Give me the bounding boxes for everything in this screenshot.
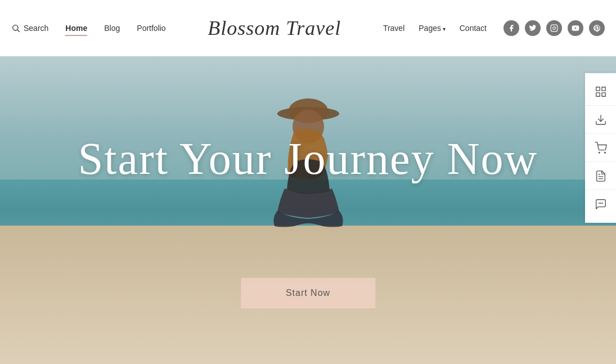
nav-link-home[interactable]: Home xyxy=(65,24,87,36)
search-button[interactable]: Search xyxy=(11,24,48,33)
nav-item-travel[interactable]: Travel xyxy=(383,23,404,33)
nav-item-blog[interactable]: Blog xyxy=(104,23,120,33)
sidebar-download-button[interactable] xyxy=(585,106,616,134)
header: Search Home Blog Portfolio Blossom Trave… xyxy=(0,0,616,56)
social-icons xyxy=(503,20,605,36)
header-right: Travel Pages Contact xyxy=(383,20,605,36)
svg-point-0 xyxy=(13,25,18,30)
hero-section: Start Your Journey Now Start Now xyxy=(0,56,616,364)
cart-icon xyxy=(595,142,607,154)
svg-rect-10 xyxy=(596,92,599,96)
sidebar-file-button[interactable] xyxy=(585,162,616,190)
svg-point-14 xyxy=(604,152,605,153)
nav-item-portfolio[interactable]: Portfolio xyxy=(137,23,165,33)
hero-background: Start Your Journey Now Start Now xyxy=(0,56,616,364)
nav-right: Travel Pages Contact xyxy=(383,23,487,33)
svg-rect-2 xyxy=(551,25,557,32)
sidebar-grid-button[interactable] xyxy=(585,78,616,106)
svg-rect-9 xyxy=(601,87,605,90)
svg-point-13 xyxy=(599,152,600,153)
brand-logo[interactable]: Blossom Travel xyxy=(166,16,383,40)
nav-left: Home Blog Portfolio xyxy=(65,23,165,33)
sidebar-cart-button[interactable] xyxy=(585,134,616,162)
nav-link-pages[interactable]: Pages xyxy=(419,24,445,33)
pinterest-icon[interactable] xyxy=(589,20,605,36)
youtube-icon[interactable] xyxy=(568,20,583,36)
svg-rect-8 xyxy=(596,87,599,90)
sidebar-right xyxy=(585,73,616,223)
instagram-icon[interactable] xyxy=(546,20,562,36)
nav-link-travel[interactable]: Travel xyxy=(383,24,404,33)
svg-line-1 xyxy=(17,30,20,32)
start-now-button[interactable]: Start Now xyxy=(241,278,375,308)
nav-link-contact[interactable]: Contact xyxy=(460,24,487,33)
nav-item-pages[interactable]: Pages xyxy=(419,23,445,33)
sidebar-chat-button[interactable] xyxy=(585,190,616,218)
twitter-icon[interactable] xyxy=(525,20,541,36)
nav-link-blog[interactable]: Blog xyxy=(104,24,120,33)
search-label: Search xyxy=(24,24,48,33)
nav-item-home[interactable]: Home xyxy=(65,23,87,33)
svg-rect-11 xyxy=(601,92,605,96)
header-left: Search Home Blog Portfolio xyxy=(11,23,166,33)
nav-link-portfolio[interactable]: Portfolio xyxy=(137,24,165,33)
grid-icon xyxy=(595,86,607,98)
facebook-icon[interactable] xyxy=(503,20,519,36)
nav-item-contact[interactable]: Contact xyxy=(460,23,487,33)
search-icon xyxy=(11,24,20,33)
hero-title: Start Your Journey Now xyxy=(55,133,561,185)
download-icon xyxy=(595,114,607,126)
file-icon xyxy=(595,170,607,182)
chat-icon xyxy=(595,198,607,210)
